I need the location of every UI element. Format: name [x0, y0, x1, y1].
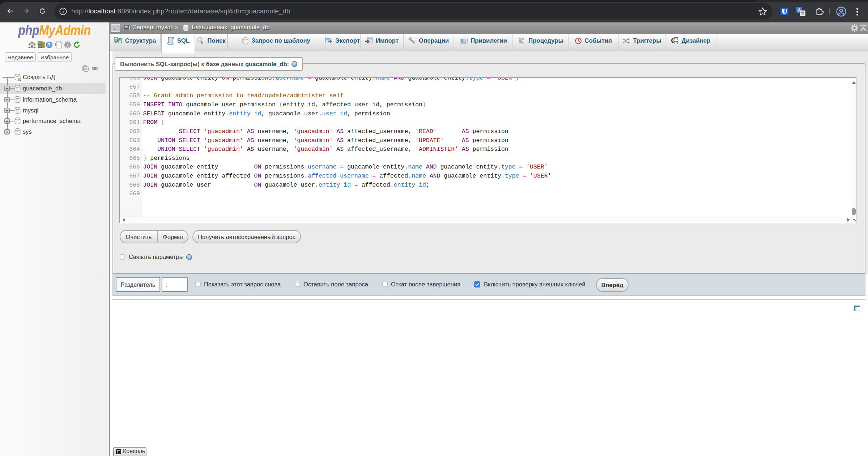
- svg-text:?: ?: [48, 42, 50, 47]
- svg-text:?: ?: [188, 255, 190, 259]
- svg-text:文: 文: [801, 11, 805, 16]
- svg-text:?: ?: [293, 61, 295, 66]
